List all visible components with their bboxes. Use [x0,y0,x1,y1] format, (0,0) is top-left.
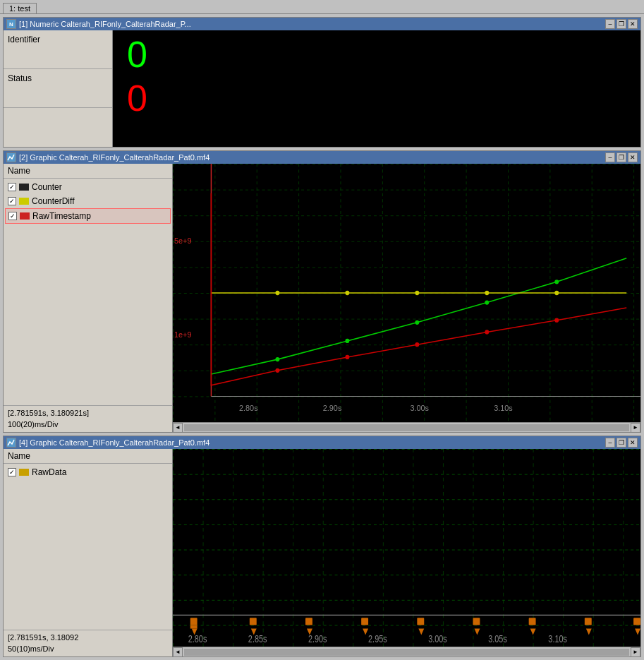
svg-text:3.05s: 3.05s [488,633,507,644]
svg-rect-43 [305,618,312,625]
svg-text:2.95s: 2.95s [368,633,387,644]
panel-4-titlebar: [4] Graphic Calterah_RIFonly_CalterahRad… [4,436,640,449]
panel-2-title: [2] Graphic Calterah_RIFonly_CalterahRad… [19,153,209,162]
panel-2-footer-line2: 100(20)ms/Div [8,419,168,430]
label-status: Status [4,69,112,108]
panel-2-signal-list: ✓ Counter ✓ CounterDiff ✓ RawTimestamp [4,179,172,405]
label-identifier: Identifier [4,30,112,69]
svg-rect-41 [250,618,257,625]
panel-4-scroll-track[interactable] [184,649,629,656]
panel-4-right: 2.80s 2.85s 2.90s 2.95s 3.00s 3.05s 3.10… [173,449,640,656]
svg-point-18 [345,291,349,295]
svg-point-26 [554,318,559,323]
panel-2-restore[interactable]: ❐ [616,152,626,162]
panel-2-close[interactable]: ✕ [628,152,638,162]
svg-text:2.90s: 2.90s [308,633,327,644]
svg-point-19 [415,291,419,295]
svg-rect-36 [173,449,640,647]
panel-4-footer-line1: [2.781591s, 3.18092 [8,632,168,643]
panel-4-chart-area[interactable]: 2.80s 2.85s 2.90s 2.95s 3.00s 3.05s 3.10… [173,449,640,647]
signal-item-p2-2[interactable]: ✓ RawTimestamp [5,208,171,224]
svg-rect-55 [633,618,640,625]
svg-point-22 [275,368,279,373]
svg-rect-53 [585,618,592,625]
panel-4-scroll-right[interactable]: ► [631,647,640,657]
panel-2-minimize[interactable]: – [605,152,615,162]
signal-rawdata-checkbox[interactable]: ✓ [8,468,16,476]
svg-rect-38 [190,618,198,625]
panel-4-scroll-left[interactable]: ◄ [173,647,183,657]
panel-1-title: [1] Numeric Calterah_RIFonly_CalterahRad… [19,20,191,28]
svg-point-23 [345,355,349,359]
svg-text:3.00s: 3.00s [428,633,447,644]
svg-text:3.10s: 3.10s [548,633,567,644]
value-identifier: 0 [127,36,147,73]
signal-color-p2-0 [19,184,29,191]
panel-2-scroll-right[interactable]: ► [631,423,640,433]
panel-4-controls: – ❐ ✕ [605,438,638,448]
tab-1-test[interactable]: 1: test [3,3,37,13]
panel-4-chart-svg: 2.80s 2.85s 2.90s 2.95s 3.00s 3.05s 3.10… [173,449,640,647]
svg-text:1e+9: 1e+9 [174,330,191,338]
svg-point-16 [554,280,559,284]
panel-2-titlebar: [2] Graphic Calterah_RIFonly_CalterahRad… [4,151,640,164]
panel-1-close[interactable]: ✕ [628,19,638,29]
numeric-panel-icon: N [6,19,16,29]
svg-text:3.00s: 3.00s [410,404,429,412]
svg-text:3.10s: 3.10s [494,404,513,412]
svg-rect-49 [473,618,480,625]
panel-2-controls: – ❐ ✕ [605,152,638,162]
svg-point-25 [485,330,489,334]
signal-checkbox-p2-2[interactable]: ✓ [8,212,17,220]
svg-text:2.85s: 2.85s [248,633,267,644]
panel-4-body: Name ✓ RawData [2.781591s, 3.18092 50(10… [4,449,640,656]
panel-1-controls: – ❐ ✕ [605,19,638,29]
main-container: N [1] Numeric Calterah_RIFonly_CalterahR… [0,14,644,660]
panel-1-minimize[interactable]: – [605,19,615,29]
signal-item-p2-0[interactable]: ✓ Counter [5,180,171,194]
panel-2-scroll-track[interactable] [184,424,629,431]
svg-point-20 [485,291,489,295]
signal-label-p2-1: CounterDiff [32,196,74,206]
signal-rawdata-color [19,469,29,476]
svg-point-12 [275,357,279,361]
panel-4-scrollbar[interactable]: ◄ ► [173,647,640,656]
svg-rect-51 [529,618,536,625]
panel-1-labels: Identifier Status [4,30,113,147]
panel-2-left: Name ✓ Counter ✓ CounterDiff ✓ RawTimest… [4,164,173,432]
graphic-panel-2-icon [6,152,16,162]
panel-4-footer-line2: 50(10)ms/Div [8,644,168,654]
svg-rect-39 [190,625,198,628]
panel-2-right: 5e+9 1e+9 [173,164,640,432]
svg-point-14 [415,320,419,325]
signal-checkbox-p2-0[interactable]: ✓ [8,183,16,191]
panel-2-scroll-left[interactable]: ◄ [173,423,183,433]
panel-2-body: Name ✓ Counter ✓ CounterDiff ✓ RawTimest… [4,164,640,432]
svg-text:N: N [9,21,13,28]
panel-2-chart-svg: 5e+9 1e+9 [173,164,640,422]
panel-1-body: Identifier Status 0 0 [4,30,640,147]
svg-rect-47 [417,618,424,625]
panel-1-restore[interactable]: ❐ [616,19,626,29]
signal-rawdata-label: RawData [32,467,66,477]
svg-point-24 [415,342,419,347]
panel-4-minimize[interactable]: – [605,438,615,448]
svg-point-17 [275,291,279,295]
panel-2-scrollbar[interactable]: ◄ ► [173,422,640,432]
panel-2-footer-line1: [2.781591s, 3.180921s] [8,408,168,419]
svg-rect-45 [361,618,368,625]
signal-label-p2-0: Counter [32,182,62,192]
signal-label-p2-2: RawTimestamp [32,211,91,221]
signal-item-p2-1[interactable]: ✓ CounterDiff [5,194,171,208]
signal-rawdata[interactable]: ✓ RawData [5,465,171,479]
svg-point-21 [554,291,559,295]
panel-1-title-left: N [1] Numeric Calterah_RIFonly_CalterahR… [6,19,191,29]
panel-2-chart-area[interactable]: 5e+9 1e+9 [173,164,640,422]
panel-4-close[interactable]: ✕ [628,438,638,448]
panel-4-restore[interactable]: ❐ [616,438,626,448]
signal-color-p2-1 [19,198,29,205]
svg-text:5e+9: 5e+9 [174,236,191,245]
signal-checkbox-p2-1[interactable]: ✓ [8,197,16,205]
panel-4-signal-list: ✓ RawData [4,464,172,630]
panel-4-name-header: Name [4,449,172,464]
